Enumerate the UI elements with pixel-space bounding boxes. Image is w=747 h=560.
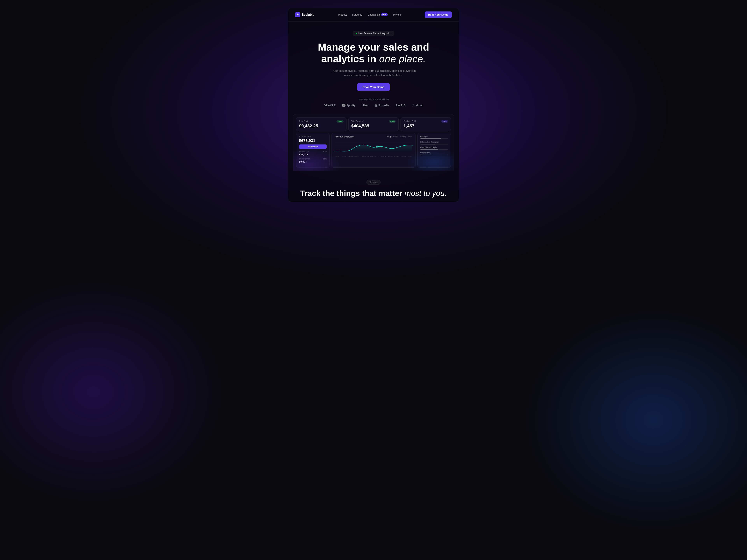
logo-airbnb: airbnb bbox=[412, 104, 423, 107]
x-label-4: 04/2024 bbox=[355, 156, 359, 157]
revenue-title: Revenue Overview bbox=[334, 136, 354, 138]
emp-contractor-name: Independent Contractor bbox=[420, 141, 448, 143]
feature-pill-text: New Feature: Zapier Integration bbox=[358, 32, 391, 35]
filter-yearly[interactable]: Yearly bbox=[408, 136, 413, 138]
svg-point-1 bbox=[376, 105, 377, 106]
time-filters: Daily Weekly Monthly Yearly bbox=[387, 136, 413, 138]
nav-product[interactable]: Product bbox=[338, 13, 347, 16]
nav-changelog-label: Changelog bbox=[368, 13, 380, 16]
logo-zara: ZARA bbox=[396, 104, 406, 107]
stats-row: Total Profit +84% $9,432.25 Total Revenu… bbox=[296, 117, 451, 131]
x-label-10: 10/2024 bbox=[394, 156, 399, 157]
emp-employee: Employee bbox=[420, 136, 448, 139]
income-header: Total Income 92% bbox=[299, 151, 327, 153]
logo-icon bbox=[295, 12, 300, 17]
emp-contractor: Independent Contractor bbox=[420, 141, 448, 144]
stat-profit-badge: +84% bbox=[337, 120, 343, 123]
stat-revenue-header: Total Revenue +67% bbox=[351, 120, 396, 123]
logos-row: ORACLE Spotify Uber Expedia bbox=[296, 104, 451, 107]
logo[interactable]: Scalable bbox=[295, 12, 314, 17]
emp-contracted-name: Contracted Employee bbox=[420, 146, 448, 149]
product-section: Product Track the things that matter mos… bbox=[288, 171, 459, 202]
nav-cta-button[interactable]: Book Your Demo bbox=[424, 11, 452, 18]
brand-name: Scalable bbox=[302, 13, 314, 17]
status-dot bbox=[356, 33, 357, 34]
stat-revenue-value: $404,585 bbox=[351, 124, 396, 129]
expense-label: Total Expense bbox=[299, 158, 310, 160]
new-badge: New bbox=[381, 13, 388, 16]
expense-value: $9,627 bbox=[299, 160, 327, 163]
filter-daily[interactable]: Daily bbox=[387, 136, 391, 138]
nav-features[interactable]: Features bbox=[352, 13, 362, 16]
stat-products-badge: +26% bbox=[441, 120, 448, 123]
product-label: Product bbox=[366, 180, 380, 185]
stat-revenue-badge: +67% bbox=[389, 120, 396, 123]
x-label-12: 12/2024 bbox=[408, 156, 412, 157]
emp-employee-bar bbox=[420, 138, 448, 139]
stat-profit: Total Profit +84% $9,432.25 bbox=[296, 117, 346, 131]
emp-stakeholders-name: Stakeholders bbox=[420, 152, 448, 154]
filter-monthly[interactable]: Monthly bbox=[400, 136, 406, 138]
revenue-card: Revenue Overview Daily Weekly Monthly Ye… bbox=[332, 133, 415, 168]
filter-weekly[interactable]: Weekly bbox=[393, 136, 398, 138]
hero-cta-button[interactable]: Book Your Demo bbox=[357, 83, 390, 91]
hero-section: New Feature: Zapier Integration Manage y… bbox=[288, 22, 459, 98]
chart-area bbox=[334, 139, 412, 155]
stat-profit-label: Total Profit bbox=[299, 120, 308, 122]
balance-value: $675,931 bbox=[299, 138, 327, 143]
emp-contracted: Contracted Employee bbox=[420, 146, 448, 150]
logos-section: Used by global powerhouses like ORACLE S… bbox=[288, 98, 459, 114]
nav-links: Product Features Changelog New Pricing bbox=[338, 13, 401, 16]
emp-contractor-bar bbox=[420, 144, 448, 144]
emp-stakeholders-bar bbox=[420, 155, 448, 155]
stat-revenue-label: Total Revenue bbox=[351, 120, 364, 122]
stat-revenue: Total Revenue +67% $404,585 bbox=[349, 117, 399, 131]
withdraw-button[interactable]: Withdraw bbox=[299, 144, 327, 149]
navbar: Scalable Product Features Changelog New … bbox=[288, 8, 459, 22]
revenue-chart bbox=[334, 139, 412, 155]
stat-profit-header: Total Profit +84% bbox=[299, 120, 343, 123]
nav-changelog[interactable]: Changelog New bbox=[368, 13, 388, 16]
emp-contracted-bar bbox=[420, 149, 448, 150]
revenue-header: Revenue Overview Daily Weekly Monthly Ye… bbox=[334, 136, 412, 138]
logo-expedia: Expedia bbox=[375, 104, 389, 107]
balance-card: Total Balance $675,931 Withdraw Total In… bbox=[296, 133, 330, 168]
x-label-2: 02/2024 bbox=[341, 156, 346, 157]
dash-bottom: Total Balance $675,931 Withdraw Total In… bbox=[296, 133, 451, 168]
stat-products: Products Sold +26% 1,457 bbox=[401, 117, 451, 131]
emp-employee-name: Employee bbox=[420, 136, 448, 137]
logos-label: Used by global powerhouses like bbox=[296, 98, 451, 101]
x-label-5: 05/2024 bbox=[361, 156, 366, 157]
stat-products-header: Products Sold +26% bbox=[404, 120, 448, 123]
income-pct: 92% bbox=[323, 151, 327, 153]
emp-contractor-fill bbox=[420, 144, 436, 144]
product-title: Track the things that matter most to you… bbox=[296, 189, 451, 198]
stat-products-label: Products Sold bbox=[404, 120, 415, 122]
x-label-1: 01/2024 bbox=[334, 156, 339, 157]
balance-label: Total Balance bbox=[299, 136, 327, 138]
x-label-3: 03/2024 bbox=[348, 156, 353, 157]
x-label-7: 07/2024 bbox=[374, 156, 379, 157]
emp-stakeholders: Stakeholders bbox=[420, 152, 448, 155]
dashboard-preview: Total Profit +84% $9,432.25 Total Revenu… bbox=[293, 114, 454, 171]
income-label: Total Income bbox=[299, 151, 309, 153]
emp-employee-fill bbox=[420, 138, 441, 139]
nav-pricing[interactable]: Pricing bbox=[393, 13, 401, 16]
x-label-11: 11/2024 bbox=[401, 156, 406, 157]
emp-stakeholders-fill bbox=[420, 155, 432, 155]
stat-profit-value: $9,432.25 bbox=[299, 124, 343, 129]
logo-oracle: ORACLE bbox=[324, 104, 336, 107]
stat-products-value: 1,457 bbox=[404, 124, 448, 129]
emp-contracted-fill bbox=[420, 149, 438, 150]
logo-spotify: Spotify bbox=[342, 104, 356, 107]
expense-pct: 92% bbox=[323, 158, 327, 160]
income-value: $21,478 bbox=[299, 153, 327, 156]
spotify-icon bbox=[342, 104, 345, 107]
x-label-9: 09/2024 bbox=[388, 156, 392, 157]
employee-card: Employee Independent Contractor bbox=[417, 133, 451, 168]
feature-pill: New Feature: Zapier Integration bbox=[353, 31, 394, 36]
chart-x-labels: 01/2024 02/2024 03/2024 04/2024 05/2024 … bbox=[334, 156, 412, 157]
hero-title: Manage your sales and analytics in one p… bbox=[296, 42, 451, 65]
expense-row: Total Expense 92% $9,627 bbox=[299, 158, 327, 163]
expense-header: Total Expense 92% bbox=[299, 158, 327, 160]
